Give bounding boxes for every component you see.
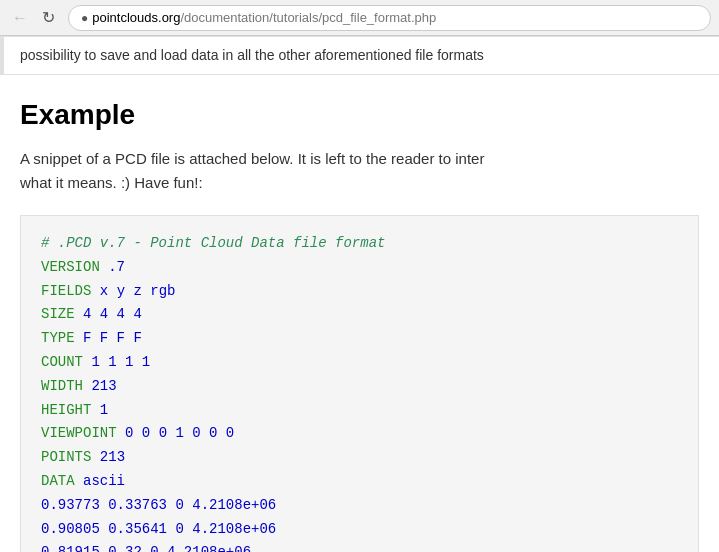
nav-buttons: ← ↻	[8, 6, 60, 30]
section-heading: Example	[20, 99, 699, 131]
top-clipped-text: possibility to save and load data in all…	[0, 36, 719, 75]
code-line-count: COUNT 1 1 1 1	[41, 351, 678, 375]
address-bar[interactable]: ● pointclouds.org/documentation/tutorial…	[68, 5, 711, 31]
back-button[interactable]: ←	[8, 6, 32, 30]
intro-text-content: A snippet of a PCD file is attached belo…	[20, 150, 484, 191]
url-text: pointclouds.org/documentation/tutorials/…	[92, 10, 436, 25]
code-line-data1: 0.93773 0.33763 0 4.2108e+06	[41, 494, 678, 518]
reload-button[interactable]: ↻	[36, 6, 60, 30]
url-path: /documentation/tutorials/pcd_file_format…	[180, 10, 436, 25]
code-line-version: VERSION .7	[41, 256, 678, 280]
code-line-fields: FIELDS x y z rgb	[41, 280, 678, 304]
code-line-data: DATA ascii	[41, 470, 678, 494]
code-line-points: POINTS 213	[41, 446, 678, 470]
code-line-height: HEIGHT 1	[41, 399, 678, 423]
code-line-size: SIZE 4 4 4 4	[41, 303, 678, 327]
code-line-viewpoint: VIEWPOINT 0 0 0 1 0 0 0	[41, 422, 678, 446]
page-content: possibility to save and load data in all…	[0, 36, 719, 552]
browser-chrome: ← ↻ ● pointclouds.org/documentation/tuto…	[0, 0, 719, 36]
code-line-comment: # .PCD v.7 - Point Cloud Data file forma…	[41, 232, 678, 256]
code-line-width: WIDTH 213	[41, 375, 678, 399]
clipped-text-content: possibility to save and load data in all…	[20, 47, 484, 63]
code-line-data2: 0.90805 0.35641 0 4.2108e+06	[41, 518, 678, 542]
code-line-data3: 0.81915 0.32 0 4.2108e+06	[41, 541, 678, 552]
code-block: # .PCD v.7 - Point Cloud Data file forma…	[20, 215, 699, 552]
intro-paragraph: A snippet of a PCD file is attached belo…	[20, 147, 699, 195]
lock-icon: ●	[81, 11, 88, 25]
code-line-type: TYPE F F F F	[41, 327, 678, 351]
url-domain: pointclouds.org	[92, 10, 180, 25]
